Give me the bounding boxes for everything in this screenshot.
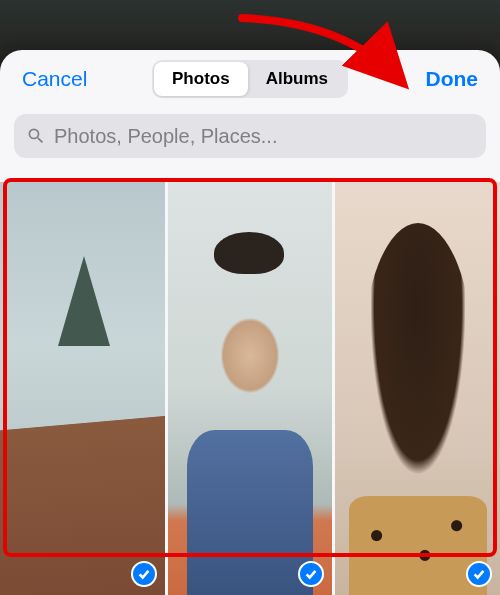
photo-thumbnail [335, 182, 500, 595]
search-icon [26, 126, 46, 146]
segment-albums[interactable]: Albums [248, 62, 346, 96]
cancel-button[interactable]: Cancel [20, 61, 89, 97]
selection-check-icon [131, 561, 157, 587]
photo-cell[interactable] [168, 182, 333, 595]
search-input[interactable] [54, 125, 474, 148]
search-field[interactable] [14, 114, 486, 158]
photo-thumbnail [0, 182, 165, 595]
photo-cell[interactable] [335, 182, 500, 595]
selection-check-icon [466, 561, 492, 587]
photo-cell[interactable] [0, 182, 165, 595]
nav-bar: Cancel Photos Albums Done [0, 50, 500, 108]
segment-photos[interactable]: Photos [154, 62, 248, 96]
photo-picker-screen: Cancel Photos Albums Done [0, 0, 500, 595]
segmented-control[interactable]: Photos Albums [152, 60, 348, 98]
photo-picker-sheet: Cancel Photos Albums Done [0, 50, 500, 595]
search-container [0, 108, 500, 170]
grid-area [0, 170, 500, 595]
photo-thumbnail [168, 182, 333, 595]
photo-grid [0, 182, 500, 595]
done-button[interactable]: Done [424, 61, 481, 97]
